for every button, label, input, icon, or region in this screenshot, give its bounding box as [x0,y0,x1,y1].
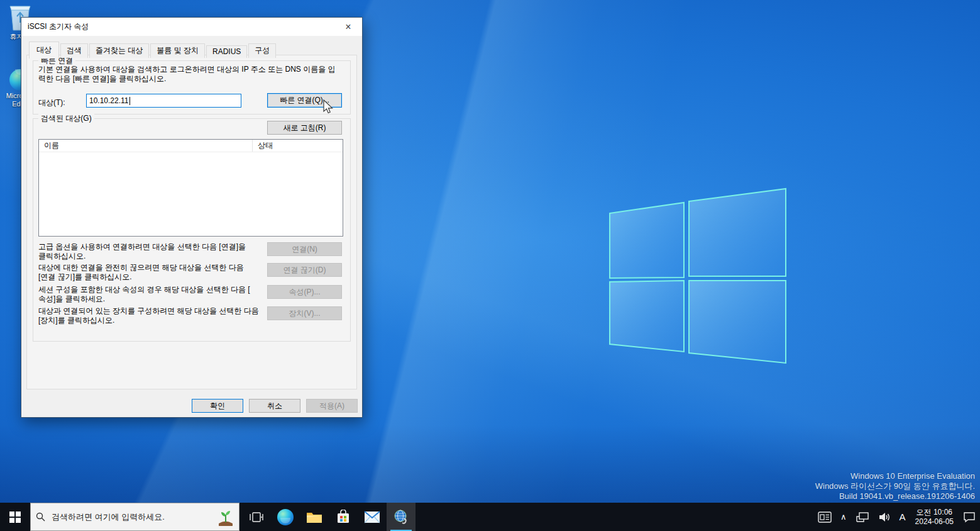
watermark: Windows 10 Enterprise Evaluation Windows… [815,471,975,501]
refresh-button[interactable]: 새로 고침(R) [267,121,342,135]
apply-button[interactable]: 적용(A) [306,399,358,413]
tray-date: 2024-06-05 [915,517,954,527]
dialog-titlebar[interactable]: iSCSI 초기자 속성 × [21,18,362,36]
hidden-icons-button[interactable]: ∧ [836,503,851,531]
cancel-button[interactable]: 취소 [249,399,300,413]
task-view-icon [249,510,264,524]
quick-connect-description: 기본 연결을 사용하여 대상을 검색하고 로그온하려면 대상의 IP 주소 또는… [38,65,344,84]
desktop: 휴지통 Microsoft Edge Windows 10 Enterprise… [0,0,980,531]
windows-logo-icon [9,511,21,523]
target-value: 10.10.22.11 [89,96,129,105]
search-placeholder: 검색하려면 여기에 입력하세요. [52,511,217,523]
iscsi-globe-icon [393,509,409,525]
store-button[interactable] [329,503,358,531]
tab-favorite-targets[interactable]: 즐겨찾는 대상 [89,43,149,58]
mouse-cursor [322,99,336,115]
devices-button[interactable]: 장치(V)... [267,306,342,320]
close-button[interactable]: × [334,18,362,36]
iscsi-taskbar-button[interactable] [387,503,416,531]
status-column-header[interactable]: 상태 [253,140,343,152]
tray-time: 오전 10:06 [915,508,954,517]
notification-icon [963,511,976,523]
list-header: 이름 상태 [39,140,343,152]
clock[interactable]: 오전 10:06 2024-06-05 [910,508,959,527]
tab-configuration[interactable]: 구성 [248,43,276,58]
text-caret [129,97,130,105]
tab-discovery[interactable]: 검색 [60,43,88,58]
search-input[interactable]: 검색하려면 여기에 입력하세요. [30,503,239,531]
iscsi-initiator-dialog: iSCSI 초기자 속성 × 대상 검색 즐겨찾는 대상 볼륨 및 장치 RAD… [21,17,363,418]
connect-description: 고급 옵션을 사용하여 연결하려면 대상을 선택한 다음 [연결]을 클릭하십시… [38,242,270,261]
disconnect-description: 대상에 대한 연결을 완전히 끊으려면 해당 대상을 선택한 다음 [연결 끊기… [38,263,270,282]
mail-icon [364,511,380,523]
mail-button[interactable] [358,503,387,531]
start-button[interactable] [0,503,30,531]
network-icon[interactable] [851,503,874,531]
search-icon [36,512,45,522]
store-icon [336,510,351,525]
tab-page-targets: 빠른 연결 기본 연결을 사용하여 대상을 검색하고 로그온하려면 대상의 IP… [26,55,357,389]
name-column-header[interactable]: 이름 [39,140,253,152]
taskbar: 검색하려면 여기에 입력하세요. [0,503,980,531]
watermark-line-2: Windows 라이선스가 90일 동안 유효합니다. [815,481,975,491]
taskbar-apps [242,503,416,531]
connect-button[interactable]: 연결(N) [267,242,342,256]
windows-logo-wallpaper [602,184,791,368]
news-icon [818,511,832,523]
file-explorer-icon [306,510,322,524]
tab-volumes-devices[interactable]: 볼륨 및 장치 [150,43,205,58]
quick-connect-group: 빠른 연결 기본 연결을 사용하여 대상을 검색하고 로그온하려면 대상의 IP… [33,60,351,115]
edge-taskbar-button[interactable] [271,503,300,531]
ime-indicator[interactable]: A [895,503,910,531]
discovered-targets-legend: 검색된 대상(G) [38,113,94,124]
ethernet-icon [856,511,869,523]
dialog-footer: 확인 취소 적용(A) [192,399,358,413]
target-label: 대상(T): [38,98,65,108]
disconnect-button[interactable]: 연결 끊기(D) [267,263,342,277]
volume-icon[interactable] [874,503,895,531]
file-explorer-button[interactable] [300,503,329,531]
discovered-targets-group: 검색된 대상(G) 새로 고침(R) 이름 상태 고급 옵션을 사용하여 연결하… [33,118,351,342]
tab-radius[interactable]: RADIUS [206,45,247,58]
tab-strip: 대상 검색 즐겨찾는 대상 볼륨 및 장치 RADIUS 구성 [29,42,277,58]
news-button[interactable] [813,503,836,531]
edge-icon [277,509,294,525]
discovered-targets-list[interactable]: 이름 상태 [38,139,343,237]
sprout-icon [217,508,234,526]
tab-targets[interactable]: 대상 [29,42,59,59]
action-center-button[interactable] [959,503,980,531]
properties-button[interactable]: 속성(P)... [267,285,342,299]
ok-button[interactable]: 확인 [192,399,243,413]
system-tray: ∧ A 오전 10:06 2024-06-05 [813,503,980,531]
devices-description: 대상과 연결되어 있는 장치를 구성하려면 해당 대상을 선택한 다음 [장치]… [38,306,270,325]
dialog-title: iSCSI 초기자 속성 [21,21,334,32]
task-view-button[interactable] [242,503,271,531]
chevron-up-icon: ∧ [840,512,847,522]
target-input[interactable]: 10.10.22.11 [86,94,241,108]
watermark-line-1: Windows 10 Enterprise Evaluation [815,471,975,481]
properties-description: 세션 구성을 포함한 대상 속성의 경우 해당 대상을 선택한 다음 [ 속성]… [38,285,270,304]
speaker-icon [878,511,891,523]
watermark-line-3: Build 19041.vb_release.191206-1406 [815,491,975,501]
